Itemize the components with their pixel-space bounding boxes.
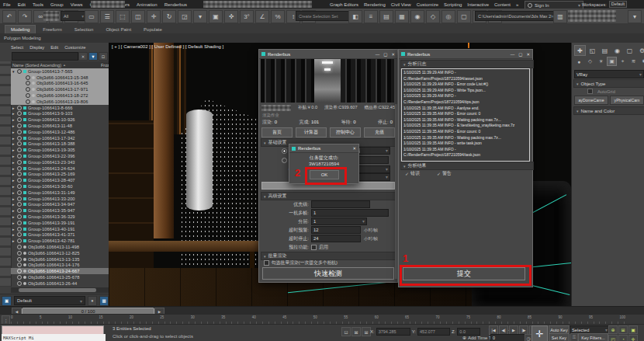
visibility-icon[interactable] (17, 208, 22, 213)
align-icon[interactable]: ≡ (364, 10, 378, 23)
explorer-row[interactable]: Group-1066413-40-191 (11, 226, 109, 232)
explorer-row[interactable]: Group-1066413-22-396 (11, 153, 109, 159)
render-setup-icon[interactable]: ▢ (457, 10, 471, 23)
selection-filter-dropdown[interactable]: All▾ (61, 11, 87, 21)
timeout-stop-input[interactable]: 24 (311, 235, 361, 242)
layer-dropdown[interactable]: 1▾ (311, 217, 367, 225)
explorer-row[interactable]: Group-1066413-8-666 (11, 105, 109, 111)
current-frame-field[interactable]: 0 (490, 334, 526, 341)
modify-tab-icon[interactable]: ◱ (587, 45, 598, 56)
explorer-row[interactable]: Group-1066413-35-947 (11, 207, 109, 214)
schematic-view-icon[interactable]: ◇ (426, 10, 440, 23)
analysis-log-box[interactable]: 1/10/2025 11:39:29 AM INFO -C:/RenderFar… (401, 68, 530, 162)
menu-item[interactable]: Interactive (467, 2, 489, 7)
lock-explorer-icon[interactable]: ⊡ (99, 52, 108, 61)
explorer-horizontal-scrollbar[interactable] (11, 287, 109, 293)
explorer-row[interactable]: Obj3d66-1066413-16-645 (11, 81, 109, 87)
menu-item[interactable]: Edit (18, 2, 26, 7)
explorer-row[interactable]: Group-1066413-19-305 (11, 147, 109, 153)
close-icon[interactable]: ✕ (526, 52, 530, 57)
menu-item[interactable]: Views (71, 2, 83, 7)
explorer-row[interactable]: Obj3d66-1066413-25-678 (11, 274, 109, 280)
percent-snap-icon[interactable]: % (271, 10, 285, 23)
layer-dot-icon[interactable]: ● (88, 296, 97, 306)
menu-item[interactable]: File (3, 2, 11, 7)
explorer-row[interactable]: Obj3d66-1066413-12-825 (11, 250, 109, 256)
explorer-row[interactable]: Group-1066413-23-343 (11, 159, 109, 165)
systems-category-icon[interactable]: ✱ (639, 57, 644, 66)
name-and-color-rollout[interactable]: Name and Color (573, 106, 644, 115)
visibility-icon[interactable] (17, 111, 22, 116)
close-icon[interactable]: ✕ (352, 146, 356, 151)
explorer-menu-item[interactable]: Edit (50, 45, 58, 50)
explorer-row[interactable]: Group-1066413-42-781 (11, 238, 109, 244)
motion-tab-icon[interactable]: ◉ (611, 45, 623, 56)
menu-item[interactable]: » (516, 2, 518, 7)
select-object-icon[interactable]: ▭ (85, 10, 99, 23)
snaps-toggle-icon[interactable]: 3° (240, 10, 254, 23)
clear-search-icon[interactable]: ✕ (78, 52, 88, 61)
visibility-icon[interactable] (26, 93, 30, 98)
explorer-row[interactable]: Obj3d66-1066413-26-44 (11, 280, 109, 287)
visibility-icon[interactable] (17, 160, 22, 165)
project-folder-dropdown[interactable]: C:\Users\admin\Documents\3ds Max 2020▾ (475, 11, 557, 21)
zoom-icon[interactable]: ⊕ (608, 325, 618, 334)
explorer-row[interactable]: Group-1066413-24-624 (11, 165, 109, 172)
menu-item[interactable]: Renderbus (164, 2, 187, 7)
key-filters-button[interactable]: Key Filters... (578, 333, 608, 341)
explorer-menu-item[interactable]: Display (29, 45, 44, 50)
explorer-row[interactable]: Group-1066413-17-342 (11, 135, 109, 141)
create-tab-icon[interactable]: ✚ (574, 45, 586, 56)
utilities-tab-icon[interactable]: ⚙ (636, 45, 644, 56)
explorer-row[interactable]: Group-1066413-31-149 (11, 190, 109, 196)
y-coordinate-field[interactable]: 452.077 (417, 328, 450, 336)
display-tab-icon[interactable]: ▢ (624, 45, 635, 56)
hierarchy-tab-icon[interactable]: ▤ (599, 45, 611, 56)
set-key-button[interactable]: Set Key (549, 333, 570, 341)
batch-render-checkbox[interactable] (264, 260, 269, 266)
visibility-icon[interactable] (17, 136, 22, 141)
explorer-row[interactable]: Obj3d66-1066413-18-272 (11, 92, 109, 99)
visibility-icon[interactable] (17, 221, 22, 225)
shapes-category-icon[interactable]: ◇ (585, 57, 595, 66)
pan-icon[interactable]: ✛ (628, 335, 638, 341)
menu-item[interactable]: Tools (33, 2, 43, 7)
angle-snap-icon[interactable]: ∠ (255, 10, 269, 23)
visibility-icon[interactable] (26, 99, 30, 104)
menu-item[interactable]: Graph Editors (330, 2, 358, 7)
visibility-icon[interactable] (17, 263, 22, 267)
priority-input[interactable] (311, 200, 370, 208)
minimize-icon[interactable]: — (511, 52, 515, 57)
autogrid-checkbox[interactable] (587, 89, 593, 94)
use-pivot-center-icon[interactable]: ▣ (209, 10, 223, 23)
ribbon-tab[interactable]: Selection (69, 26, 99, 33)
select-and-move-icon[interactable]: ✛ (147, 10, 161, 23)
select-and-rotate-icon[interactable]: ↻ (162, 10, 176, 23)
visibility-icon[interactable] (17, 245, 22, 249)
explorer-menu-item[interactable]: Customize (64, 45, 85, 50)
visibility-icon[interactable] (17, 238, 22, 243)
window-crossing-icon[interactable]: ◫ (131, 10, 145, 23)
track-bar[interactable]: ⋮ 05101520253035404550556065707580859095… (0, 314, 644, 325)
visibility-icon[interactable] (17, 232, 22, 237)
zoom-region-icon[interactable]: ◰ (608, 335, 618, 341)
visibility-icon[interactable] (17, 275, 22, 280)
toolbar-overflow-icon[interactable]: ▾ (628, 10, 642, 23)
visibility-icon[interactable] (17, 202, 22, 207)
explorer-row[interactable]: Obj3d66-1066413-11-498 (11, 244, 109, 250)
zoom-extents-icon[interactable]: ▣ (628, 325, 638, 334)
maxscript-listener-input[interactable]: MAXScript Mi (2, 334, 106, 341)
visibility-icon[interactable] (17, 251, 22, 256)
popup-title-bar[interactable]: Renderbus ✕ (289, 144, 358, 153)
explorer-row[interactable]: Obj3d66-1066413-24-667 (11, 268, 109, 274)
cameras-category-icon[interactable]: ▣ (607, 57, 617, 66)
mirror-icon[interactable]: ◧ (348, 10, 362, 23)
camera-create-button[interactable]: yPhysicalCam (610, 96, 644, 105)
reference-coordinate-icon[interactable]: ▾ (193, 10, 207, 23)
visibility-icon[interactable] (17, 184, 22, 189)
explorer-row[interactable]: Group-1066413-28-407 (11, 177, 109, 183)
workspace-value[interactable]: Default (609, 1, 627, 8)
visibility-icon[interactable] (17, 172, 22, 176)
visibility-icon[interactable] (17, 141, 22, 146)
explorer-display-toolbar[interactable] (0, 61, 12, 287)
